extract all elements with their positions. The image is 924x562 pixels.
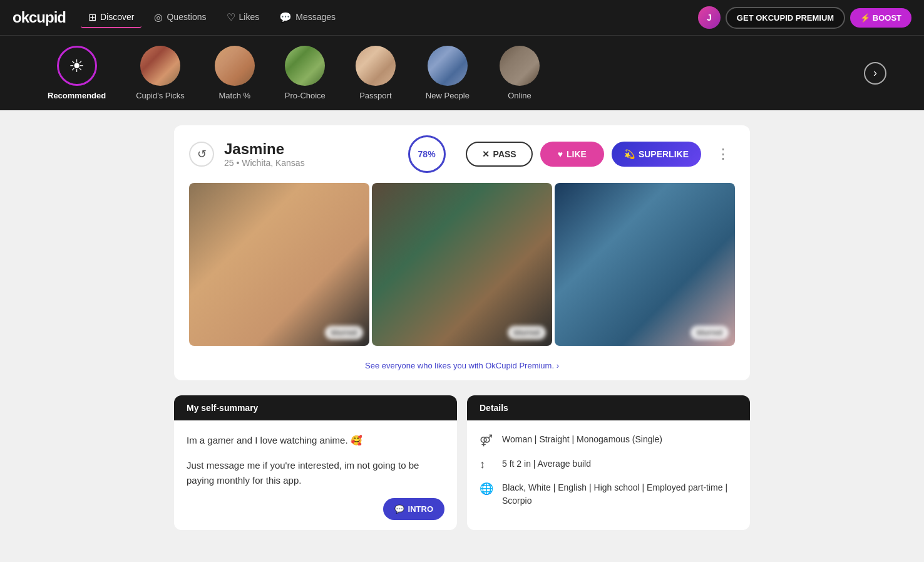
user-avatar[interactable]: J: [698, 6, 721, 29]
category-recommended-label: Recommended: [48, 91, 106, 100]
boost-button[interactable]: ⚡ BOOST: [850, 8, 911, 28]
category-recommended[interactable]: ☀ Recommended: [38, 41, 116, 105]
details-header: Details: [467, 395, 750, 420]
category-match-label: Match %: [219, 91, 251, 100]
category-new-people[interactable]: New People: [416, 41, 480, 105]
category-passport-label: Passport: [359, 91, 391, 100]
height-icon: ↕: [480, 458, 493, 471]
category-passport[interactable]: Passport: [346, 41, 406, 105]
summary-line-1: Im a gamer and I love watching anime. 🥰: [187, 433, 444, 448]
photo-tag-3: blurred: [690, 326, 729, 340]
more-options-button[interactable]: ⋮: [711, 143, 735, 165]
nav-discover-label: Discover: [100, 12, 134, 22]
profile-sub: 25 • Wichita, Kansas: [224, 158, 398, 168]
likes-icon: ♡: [227, 11, 235, 23]
profile-header: ↺ Jasmine 25 • Wichita, Kansas 78% ✕ PAS…: [174, 125, 750, 183]
like-label: LIKE: [567, 149, 587, 159]
orientation-icon: ⚤: [480, 434, 493, 447]
detail-row-ethnicity: 🌐 Black, White | English | High school |…: [480, 481, 737, 507]
like-button[interactable]: ♥ LIKE: [540, 142, 604, 167]
profile-photo-1[interactable]: blurred: [189, 183, 369, 346]
undo-button[interactable]: ↺: [189, 142, 214, 167]
passport-icon-wrap: [356, 46, 396, 86]
cupids-picks-icon-wrap: [140, 46, 180, 86]
pro-choice-icon-wrap: [285, 46, 325, 86]
profile-name-wrap: Jasmine 25 • Wichita, Kansas: [224, 140, 398, 168]
nav-questions-label: Questions: [167, 12, 206, 22]
profile-photo-3[interactable]: blurred: [555, 183, 735, 346]
navbar: okcupid ⊞ Discover ◎ Questions ♡ Likes 💬…: [0, 0, 924, 35]
globe-icon: 🌐: [480, 482, 493, 496]
detail-row-orientation: ⚤ Woman | Straight | Monogamous (Single): [480, 433, 737, 447]
ethnicity-text: Black, White | English | High school | E…: [502, 481, 737, 507]
self-summary-body: Im a gamer and I love watching anime. 🥰 …: [174, 420, 457, 511]
details-body: ⚤ Woman | Straight | Monogamous (Single)…: [467, 420, 750, 530]
intro-button[interactable]: 💬 INTRO: [383, 498, 444, 520]
premium-button[interactable]: GET OKCUPID PREMIUM: [726, 7, 845, 29]
summary-line-2: Just message me if you're interested, im…: [187, 458, 444, 488]
detail-row-height: ↕ 5 ft 2 in | Average build: [480, 457, 737, 471]
category-new-people-label: New People: [426, 91, 470, 100]
like-heart-icon: ♥: [558, 149, 563, 159]
category-cupids-picks-label: Cupid's Picks: [136, 91, 185, 100]
details-card: Details ⚤ Woman | Straight | Monogamous …: [467, 395, 750, 530]
main-content: ↺ Jasmine 25 • Wichita, Kansas 78% ✕ PAS…: [162, 125, 762, 530]
superlike-label: SUPERLIKE: [639, 149, 689, 159]
profile-location: Wichita, Kansas: [242, 158, 304, 168]
profile-photo-2[interactable]: blurred: [372, 183, 552, 346]
action-buttons: ✕ PASS ♥ LIKE 💫 SUPERLIKE: [466, 142, 701, 167]
match-circle: 78%: [408, 135, 446, 173]
nav-likes-label: Likes: [239, 12, 260, 22]
profile-age: 25: [224, 158, 234, 168]
self-summary-text: Im a gamer and I love watching anime. 🥰 …: [187, 433, 444, 488]
nav-questions[interactable]: ◎ Questions: [146, 8, 213, 28]
category-online-label: Online: [508, 91, 531, 100]
photo-tag-2: blurred: [508, 326, 546, 340]
category-pro-choice-label: Pro-Choice: [285, 91, 326, 100]
recommended-icon-wrap: ☀: [57, 46, 97, 86]
category-online[interactable]: Online: [490, 41, 550, 105]
pass-button[interactable]: ✕ PASS: [466, 142, 533, 167]
profile-separator: •: [236, 158, 242, 168]
superlike-button[interactable]: 💫 SUPERLIKE: [612, 142, 701, 167]
online-icon-wrap: [500, 46, 540, 86]
profile-name: Jasmine: [224, 140, 398, 158]
category-cupids-picks[interactable]: Cupid's Picks: [126, 41, 195, 105]
self-summary-header: My self-summary: [174, 395, 457, 420]
nav-messages-label: Messages: [295, 12, 336, 22]
category-pro-choice[interactable]: Pro-Choice: [275, 41, 336, 105]
nav-likes[interactable]: ♡ Likes: [219, 8, 267, 28]
intro-chat-icon: 💬: [394, 504, 404, 514]
category-match[interactable]: Match %: [205, 41, 265, 105]
pass-x-icon: ✕: [482, 149, 490, 159]
photo-grid: blurred blurred blurred: [174, 183, 750, 356]
questions-icon: ◎: [154, 11, 163, 23]
match-percent: 78%: [418, 149, 436, 159]
orientation-text: Woman | Straight | Monogamous (Single): [502, 433, 662, 446]
nav-discover[interactable]: ⊞ Discover: [81, 8, 141, 28]
profile-details-row: My self-summary Im a gamer and I love wa…: [174, 395, 750, 530]
new-people-icon-wrap: [428, 46, 468, 86]
messages-icon: 💬: [279, 11, 292, 23]
category-next-button[interactable]: ›: [864, 62, 886, 85]
superlike-icon: 💫: [624, 149, 635, 159]
height-text: 5 ft 2 in | Average build: [502, 457, 591, 471]
match-icon-wrap: [215, 46, 255, 86]
discover-icon: ⊞: [88, 11, 96, 23]
intro-label: INTRO: [408, 504, 433, 514]
premium-likes-link[interactable]: See everyone who likes you with OkCupid …: [174, 356, 750, 380]
nav-messages[interactable]: 💬 Messages: [272, 8, 343, 28]
pass-label: PASS: [493, 149, 516, 159]
app-logo: okcupid: [13, 9, 66, 26]
category-bar: ☀ Recommended Cupid's Picks Match % Pro-…: [0, 35, 924, 110]
photo-tag-1: blurred: [325, 326, 363, 340]
recommended-icon: ☀: [69, 56, 85, 76]
profile-card: ↺ Jasmine 25 • Wichita, Kansas 78% ✕ PAS…: [174, 125, 750, 380]
self-summary-card: My self-summary Im a gamer and I love wa…: [174, 395, 457, 530]
